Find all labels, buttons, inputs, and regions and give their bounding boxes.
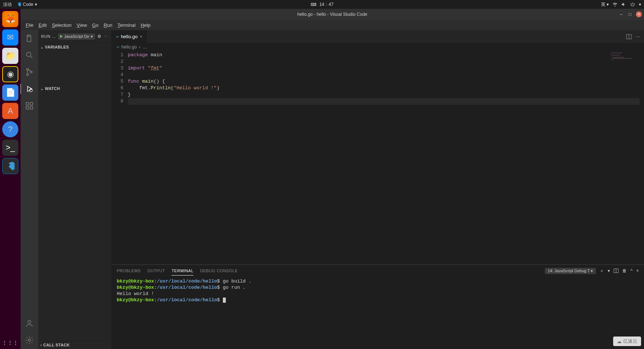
chevron-right-icon: › — [40, 343, 42, 347]
panel-tab-output[interactable]: OUTPUT — [147, 266, 165, 275]
run-debug-sidebar: RUN … JavaScript De ▾ ⚙ ⋯ ⌄ VARIABLES ⌄ — [38, 30, 112, 349]
breadcrumb[interactable]: ∞ hello.go › … — [112, 43, 644, 51]
menu-file[interactable]: File — [23, 22, 36, 29]
svg-point-3 — [27, 74, 29, 76]
dock-files[interactable]: 📁 — [2, 48, 18, 64]
chevron-down-icon: ⌄ — [40, 45, 43, 49]
maximize-panel-icon[interactable]: ^ — [630, 268, 633, 273]
terminal-dropdown-icon[interactable]: ▾ — [608, 268, 610, 273]
variables-section[interactable]: ⌄ VARIABLES — [38, 43, 111, 51]
clock[interactable]: 14：47 — [319, 1, 334, 8]
svg-point-4 — [30, 71, 32, 73]
menu-bar: File Edit Selection View Go Run Terminal… — [21, 20, 644, 30]
account-icon[interactable] — [24, 318, 35, 328]
terminal-selector[interactable]: 14: JavaScript Debug T ▾ — [545, 268, 596, 274]
panel-tab-debug-console[interactable]: DEBUG CONSOLE — [200, 266, 238, 275]
vscode-icon — [16, 2, 21, 7]
terminal[interactable]: bkzy@bkzy-box:/usr/local/code/hello$ go … — [112, 277, 644, 349]
sound-icon[interactable] — [621, 2, 626, 7]
dock-help[interactable]: ? — [2, 121, 18, 137]
dock-rhythmbox[interactable]: ◉ — [2, 66, 18, 82]
svg-point-10 — [28, 320, 31, 323]
activity-bar — [21, 30, 38, 349]
dock-vscode[interactable] — [2, 158, 18, 174]
chevron-right-icon: › — [139, 44, 140, 50]
svg-rect-7 — [26, 107, 29, 109]
ime-indicator-icon: ⌨ — [311, 2, 316, 7]
split-editor-icon[interactable] — [626, 34, 632, 40]
code-editor[interactable]: 1 2 3 4 5 6 7 8 package main import "fmt… — [112, 51, 644, 265]
dropdown-triangle-icon: ▾ — [639, 2, 641, 7]
new-terminal-icon[interactable]: ＋ — [600, 268, 604, 274]
dock-software[interactable]: A — [2, 103, 18, 119]
dock-thunderbird[interactable]: ✉ — [2, 29, 18, 46]
bottom-panel: PROBLEMS OUTPUT TERMINAL DEBUG CONSOLE 1… — [112, 265, 644, 349]
close-tab-icon[interactable]: × — [140, 34, 142, 39]
kill-terminal-icon[interactable]: 🗑 — [622, 268, 627, 273]
power-icon[interactable] — [630, 2, 635, 7]
menu-view[interactable]: View — [75, 22, 89, 29]
svg-line-1 — [30, 56, 32, 58]
minimize-button[interactable]: – — [618, 11, 624, 17]
go-file-icon: ∞ — [116, 35, 119, 39]
explorer-icon[interactable] — [24, 33, 35, 43]
chevron-down-icon: ⌄ — [40, 87, 43, 91]
settings-gear-icon[interactable] — [24, 335, 35, 345]
tab-hello-go[interactable]: ∞ hello.go × — [112, 30, 147, 43]
run-config-selector[interactable]: JavaScript De ▾ — [58, 33, 95, 40]
more-actions-icon[interactable]: ⋯ — [636, 34, 640, 39]
show-apps-icon[interactable]: ⋮⋮⋮ — [2, 340, 19, 345]
split-terminal-icon[interactable] — [614, 268, 619, 273]
window-title: hello.go - hello - Visual Studio Code — [297, 12, 368, 17]
menu-selection[interactable]: Selection — [50, 22, 73, 29]
menu-run[interactable]: Run — [101, 22, 115, 29]
svg-rect-8 — [30, 107, 33, 109]
source-control-icon[interactable] — [24, 67, 35, 77]
input-language[interactable]: 英 ▾ — [601, 1, 609, 8]
play-icon — [60, 35, 62, 38]
activities-button[interactable]: 活动 — [3, 1, 12, 8]
dock-terminal[interactable]: >_ — [2, 140, 18, 156]
go-file-icon: ∞ — [117, 45, 119, 49]
panel-tab-terminal[interactable]: TERMINAL — [171, 266, 193, 276]
code-content[interactable]: package main import "fmt" func main() { … — [128, 51, 644, 265]
svg-point-11 — [28, 339, 30, 341]
chevron-down-icon: ▾ — [91, 34, 93, 39]
close-panel-icon[interactable]: × — [636, 268, 639, 273]
watch-section[interactable]: ⌄ WATCH — [38, 84, 111, 93]
close-button[interactable]: × — [636, 11, 642, 17]
extensions-icon[interactable] — [24, 101, 35, 111]
line-numbers: 1 2 3 4 5 6 7 8 — [112, 51, 128, 265]
menu-go[interactable]: Go — [90, 22, 101, 29]
system-top-bar: 活动 Code ▾ ⌨ 14：47 英 ▾ ▾ — [0, 0, 644, 9]
svg-rect-6 — [26, 102, 29, 105]
editor-scrollbar[interactable] — [640, 51, 644, 265]
dock-firefox[interactable]: 🦊 — [2, 11, 18, 27]
svg-point-0 — [26, 52, 31, 57]
svg-point-2 — [27, 69, 29, 71]
callstack-section[interactable]: › CALL STACK — [38, 341, 111, 349]
editor-tabs: ∞ hello.go × ⋯ — [112, 30, 644, 43]
minimap[interactable] — [611, 53, 640, 64]
watermark: ☁ 亿速云 — [613, 337, 641, 346]
svg-rect-9 — [30, 102, 33, 105]
configure-gear-icon[interactable]: ⚙ — [97, 34, 101, 39]
dropdown-triangle-icon: ▾ — [35, 2, 37, 7]
run-panel-title: RUN … — [41, 34, 56, 39]
wifi-icon[interactable] — [612, 2, 618, 7]
maximize-button[interactable]: □ — [627, 11, 633, 17]
menu-terminal[interactable]: Terminal — [115, 22, 138, 29]
terminal-cursor — [223, 298, 226, 303]
run-debug-icon[interactable] — [24, 84, 35, 94]
dock-libreoffice[interactable]: 📄 — [2, 84, 18, 101]
app-menu[interactable]: Code ▾ — [16, 2, 37, 7]
menu-help[interactable]: Help — [138, 22, 153, 29]
ubuntu-dock: 🦊 ✉ 📁 ◉ 📄 A ? >_ ⋮⋮⋮ — [0, 9, 21, 349]
menu-edit[interactable]: Edit — [36, 22, 49, 29]
cloud-icon: ☁ — [617, 339, 622, 344]
more-icon[interactable]: ⋯ — [104, 34, 108, 39]
search-icon[interactable] — [24, 50, 35, 60]
panel-tab-problems[interactable]: PROBLEMS — [117, 266, 141, 275]
window-title-bar: hello.go - hello - Visual Studio Code – … — [21, 9, 644, 20]
